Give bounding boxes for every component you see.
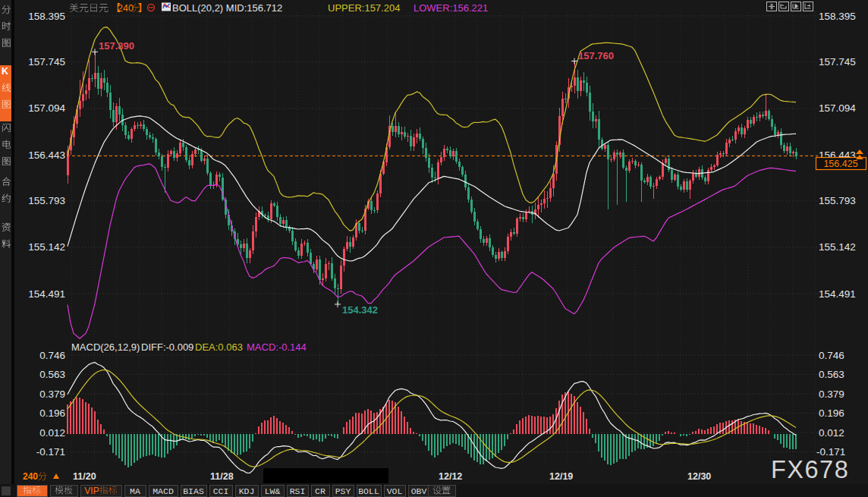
svg-text:BOLL: BOLL [358, 486, 379, 496]
svg-text:158.395: 158.395 [819, 11, 856, 22]
svg-text:157.094: 157.094 [819, 102, 856, 114]
svg-text:VOL: VOL [387, 486, 403, 496]
svg-text:0.746: 0.746 [39, 350, 65, 361]
svg-text:157.094: 157.094 [28, 102, 65, 114]
svg-text:BOLL(20,2) MID:156.712: BOLL(20,2) MID:156.712 [172, 2, 282, 14]
svg-text:RSI: RSI [290, 486, 306, 496]
svg-text:0.012: 0.012 [819, 427, 844, 439]
svg-text:0.563: 0.563 [39, 369, 65, 380]
svg-text:LW&: LW& [265, 486, 281, 496]
svg-text:11/28: 11/28 [210, 471, 234, 482]
svg-text:11/20: 11/20 [73, 471, 96, 482]
svg-text:-0.171: -0.171 [36, 446, 65, 458]
svg-text:0.196: 0.196 [819, 407, 844, 419]
svg-text:0.746: 0.746 [819, 350, 844, 361]
svg-text:155.142: 155.142 [28, 241, 65, 253]
svg-text:12/30: 12/30 [687, 471, 711, 482]
svg-text:0.379: 0.379 [819, 388, 844, 400]
svg-text:FX678: FX678 [771, 456, 849, 483]
svg-text:240: 240 [23, 471, 38, 482]
svg-text:12/12: 12/12 [439, 471, 462, 482]
svg-text:157.745: 157.745 [28, 56, 65, 68]
svg-text:K: K [2, 66, 8, 77]
svg-text:157.745: 157.745 [819, 56, 856, 68]
svg-text:154.342: 154.342 [342, 304, 378, 316]
svg-text:156.443: 156.443 [28, 149, 65, 161]
svg-text:MACD:-0.144: MACD:-0.144 [247, 341, 307, 353]
svg-text:DEA:0.063: DEA:0.063 [195, 341, 243, 353]
svg-text:VIP: VIP [84, 486, 99, 496]
svg-text:UPPER:157.204: UPPER:157.204 [328, 2, 400, 14]
svg-text:240: 240 [118, 3, 134, 14]
svg-text:0.012: 0.012 [39, 427, 65, 439]
svg-text:LOWER:156.221: LOWER:156.221 [414, 2, 488, 14]
svg-text:0.196: 0.196 [39, 407, 65, 419]
svg-text:155.142: 155.142 [819, 241, 856, 253]
svg-text:154.491: 154.491 [819, 288, 856, 300]
svg-text:PSY: PSY [335, 486, 351, 496]
svg-text:CR: CR [315, 486, 326, 496]
svg-text:155.793: 155.793 [28, 195, 65, 206]
svg-text:157.760: 157.760 [578, 50, 614, 61]
svg-text:MA: MA [130, 486, 140, 496]
svg-text:157.890: 157.890 [99, 40, 134, 52]
svg-text:BIAS: BIAS [183, 486, 204, 496]
svg-text:MACD: MACD [153, 486, 174, 496]
svg-text:0.563: 0.563 [819, 369, 844, 380]
svg-text:MACD(26,12,9): MACD(26,12,9) [71, 341, 140, 353]
svg-text:OBV: OBV [411, 486, 427, 496]
svg-text:156.425: 156.425 [823, 159, 857, 169]
svg-text:12/19: 12/19 [549, 471, 573, 482]
svg-text:154.491: 154.491 [28, 288, 65, 300]
svg-text:KDJ: KDJ [239, 486, 255, 496]
svg-text:CCI: CCI [213, 486, 229, 496]
svg-text:158.395: 158.395 [28, 11, 65, 22]
svg-text:DIFF:-0.009: DIFF:-0.009 [141, 341, 193, 353]
svg-text:0.379: 0.379 [39, 388, 65, 400]
svg-text:155.793: 155.793 [819, 195, 856, 206]
